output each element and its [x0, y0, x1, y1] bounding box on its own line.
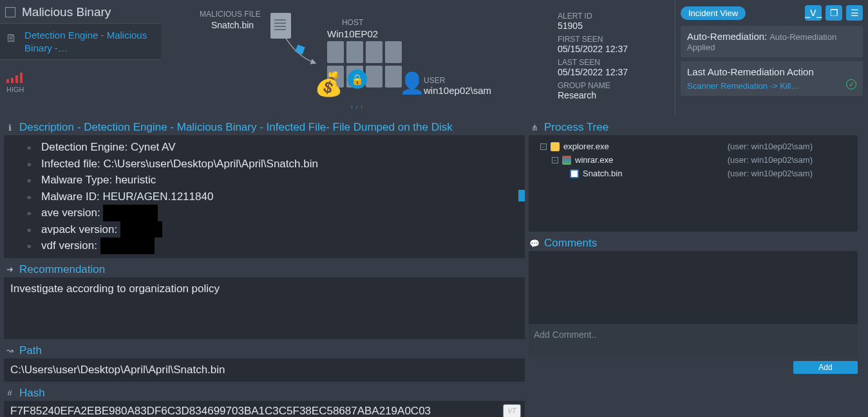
- virustotal-button[interactable]: VT: [503, 404, 521, 418]
- desc-item: Infected file: C:\Users\user\Desktop\Apr…: [41, 156, 518, 172]
- host-name: Win10EP02: [327, 28, 378, 39]
- last-remediation-link[interactable]: Scanner Remediation -> Kill…: [687, 81, 800, 91]
- copy-icon-button[interactable]: ❐: [826, 5, 842, 21]
- process-user: (user: win10ep02\sam): [728, 154, 851, 167]
- collapse-icon[interactable]: −: [552, 157, 558, 163]
- process-user: (user: win10ep02\sam): [728, 140, 851, 154]
- process-tree-row[interactable]: − winrar.exe (user: win10ep02\sam): [535, 154, 851, 167]
- last-remediation-panel: Last Auto-Remediation Action Scanner Rem…: [681, 61, 863, 96]
- desc-item: Malware Type: heuristic: [41, 172, 518, 189]
- lock-icon: 🔒: [348, 70, 367, 89]
- group-name-value: Research: [558, 90, 670, 100]
- expand-arrows-icon[interactable]: ↑ ↑ ↑: [350, 104, 364, 111]
- desc-item: ave version: 8.3.64.148: [41, 205, 518, 221]
- auto-remediation-panel: Auto-Remediation: Auto-Remediation Appli…: [681, 26, 863, 57]
- process-name: explorer.exe: [563, 140, 609, 154]
- comment-icon: 💬: [529, 237, 540, 249]
- user-name: win10ep02\sam: [424, 85, 491, 96]
- info-icon: ℹ: [4, 122, 15, 133]
- last-seen-label: LAST SEEN: [558, 58, 670, 67]
- last-remediation-label: Last Auto-Remediation Action: [687, 66, 856, 77]
- malicious-file-label: MALICIOUS FILE: [200, 10, 261, 19]
- collapse-icon[interactable]: −: [540, 144, 547, 150]
- hash-title: Hash: [19, 387, 45, 400]
- path-icon: ↝: [4, 345, 15, 357]
- select-alert-checkbox[interactable]: [5, 7, 15, 17]
- process-tree: − explorer.exe (user: win10ep02\sam) − w…: [529, 135, 858, 232]
- process-tree-row[interactable]: Snatch.bin (user: win10ep02\sam): [535, 167, 851, 181]
- detection-link-row[interactable]: 🗎 Detection Engine - Malicious Binary -…: [0, 23, 161, 60]
- severity-bars-icon: [6, 71, 161, 83]
- group-name-label: GROUP NAME: [558, 81, 670, 90]
- path-value: C:\Users\user\Desktop\April\April\Snatch…: [10, 362, 518, 378]
- process-name: Snatch.bin: [583, 167, 622, 181]
- comment-input[interactable]: [529, 326, 858, 357]
- host-label: HOST: [327, 18, 378, 27]
- arrow-right-icon: ➜: [4, 264, 15, 275]
- desc-item: vdf version: 8.19.15.34: [41, 237, 518, 254]
- process-name: winrar.exe: [575, 154, 613, 167]
- moneybag-icon: 💰: [314, 71, 343, 98]
- binary-file-icon: [570, 169, 579, 178]
- add-comment-button[interactable]: Add: [793, 361, 858, 374]
- activity-icon-button[interactable]: ⎯ᐯ⎯: [805, 5, 822, 21]
- severity-indicator: HIGH: [0, 60, 161, 93]
- severity-label: HIGH: [6, 86, 161, 93]
- process-user: (user: win10ep02\sam): [728, 167, 851, 181]
- svg-rect-0: [295, 44, 305, 54]
- alert-id-value: 51905: [558, 21, 670, 31]
- process-tree-title: Process Tree: [544, 121, 609, 134]
- detection-link-text: Detection Engine - Malicious Binary -…: [24, 29, 155, 54]
- user-label: USER: [424, 76, 491, 85]
- first-seen-value: 05/15/2022 12:37: [558, 44, 670, 54]
- alert-graph: MALICIOUS FILE Snatch.bin HOST Win10EP02…: [161, 0, 552, 116]
- last-seen-value: 05/15/2022 12:37: [558, 67, 670, 77]
- check-circle-icon: ✓: [846, 79, 856, 89]
- list-icon-button[interactable]: ☰: [846, 5, 863, 21]
- first-seen-label: FIRST SEEN: [558, 35, 670, 44]
- desc-item: Malware ID: HEUR/AGEN.1211840: [41, 189, 518, 205]
- desc-item: avpack version: 8.5.2.40: [41, 221, 518, 238]
- comments-title: Comments: [544, 237, 597, 250]
- auto-remediation-label: Auto-Remediation:: [687, 31, 767, 42]
- hash-icon: #: [4, 387, 15, 399]
- malicious-file-name: Snatch.bin: [211, 20, 261, 30]
- winrar-icon: [562, 156, 571, 165]
- alert-id-label: ALERT ID: [558, 12, 670, 21]
- user-silhouette-icon: 👤: [399, 71, 425, 95]
- desc-item: Detection Engine: Cynet AV: [41, 139, 518, 156]
- blue-handle-icon[interactable]: [518, 190, 525, 201]
- explorer-icon: [551, 142, 560, 151]
- alert-title: Malicious Binary: [22, 5, 111, 19]
- incident-view-button[interactable]: Incident View: [681, 6, 746, 20]
- recommendation-text: Investigate according to organization po…: [10, 281, 518, 297]
- process-tree-row[interactable]: − explorer.exe (user: win10ep02\sam): [535, 140, 851, 154]
- description-list: Detection Engine: Cynet AV Infected file…: [10, 139, 518, 254]
- graph-arrow-icon: [277, 31, 328, 70]
- comments-list: [529, 251, 858, 324]
- file-icon: 🗎: [5, 32, 18, 45]
- description-title: Description - Detection Engine - Malicio…: [19, 121, 453, 134]
- tree-icon: ⋔: [529, 122, 540, 133]
- path-title: Path: [19, 344, 42, 357]
- hash-value: F7F85240EFA2EBE980A83DF6C3D834699703BA1C…: [10, 403, 431, 418]
- recommendation-title: Recommendation: [19, 263, 105, 276]
